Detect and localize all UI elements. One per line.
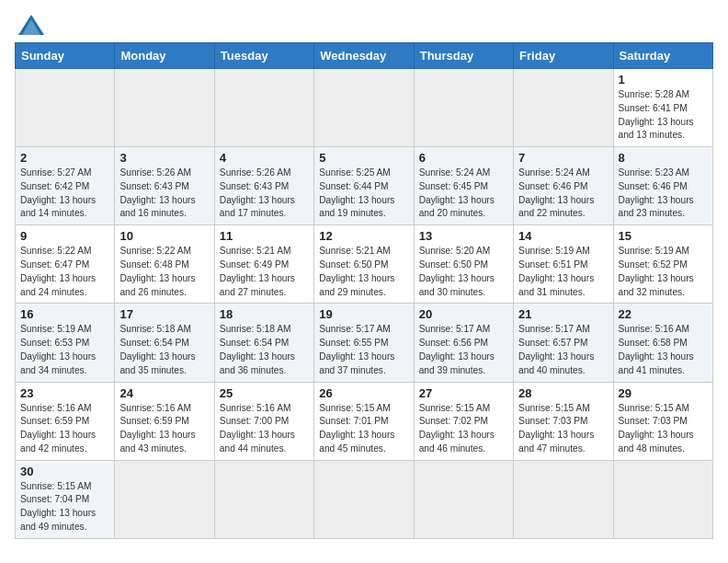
day-info: Sunrise: 5:24 AMSunset: 6:45 PMDaylight:… [419,167,508,221]
day-info: Sunrise: 5:26 AMSunset: 6:43 PMDaylight:… [119,167,209,221]
day-number: 20 [419,307,508,321]
calendar-day-cell [414,460,513,538]
calendar-day-cell [414,69,513,147]
day-info: Sunrise: 5:21 AMSunset: 6:49 PMDaylight:… [220,245,309,299]
day-number: 10 [119,229,209,243]
day-info: Sunrise: 5:16 AMSunset: 6:58 PMDaylight:… [619,323,708,377]
calendar-day-cell [214,460,313,538]
day-info: Sunrise: 5:16 AMSunset: 6:59 PMDaylight:… [119,402,209,456]
logo [15,15,46,35]
day-number: 14 [518,229,608,243]
day-number: 29 [619,386,708,400]
calendar-day-cell: 30Sunrise: 5:15 AMSunset: 7:04 PMDayligh… [16,460,115,538]
calendar-day-cell [514,460,613,538]
day-number: 9 [20,229,109,243]
day-info: Sunrise: 5:21 AMSunset: 6:50 PMDaylight:… [319,245,408,299]
weekday-header: Monday [115,43,214,69]
weekday-header: Tuesday [214,43,313,69]
day-info: Sunrise: 5:22 AMSunset: 6:47 PMDaylight:… [20,245,109,299]
day-number: 24 [119,386,209,400]
calendar-day-cell: 18Sunrise: 5:18 AMSunset: 6:54 PMDayligh… [214,304,313,382]
day-info: Sunrise: 5:16 AMSunset: 6:59 PMDaylight:… [20,402,109,456]
day-number: 17 [119,307,209,321]
calendar-day-cell [115,460,214,538]
day-number: 7 [518,151,608,165]
calendar-day-cell: 22Sunrise: 5:16 AMSunset: 6:58 PMDayligh… [613,304,712,382]
weekday-header: Sunday [16,43,115,69]
calendar-day-cell: 3Sunrise: 5:26 AMSunset: 6:43 PMDaylight… [115,147,214,225]
calendar-day-cell: 16Sunrise: 5:19 AMSunset: 6:53 PMDayligh… [16,304,115,382]
calendar-day-cell: 11Sunrise: 5:21 AMSunset: 6:49 PMDayligh… [214,225,313,304]
calendar-week-row: 30Sunrise: 5:15 AMSunset: 7:04 PMDayligh… [16,460,713,538]
weekday-header: Saturday [613,43,712,69]
calendar-day-cell: 4Sunrise: 5:26 AMSunset: 6:43 PMDaylight… [214,147,313,225]
day-info: Sunrise: 5:19 AMSunset: 6:53 PMDaylight:… [20,323,109,377]
day-info: Sunrise: 5:19 AMSunset: 6:51 PMDaylight:… [518,245,608,299]
calendar-day-cell [514,69,613,147]
day-info: Sunrise: 5:24 AMSunset: 6:46 PMDaylight:… [518,167,608,221]
calendar-day-cell [613,460,712,538]
day-info: Sunrise: 5:17 AMSunset: 6:55 PMDaylight:… [319,323,408,377]
calendar-week-row: 9Sunrise: 5:22 AMSunset: 6:47 PMDaylight… [16,225,713,304]
day-number: 8 [619,151,708,165]
calendar-day-cell: 19Sunrise: 5:17 AMSunset: 6:55 PMDayligh… [314,304,414,382]
calendar-week-row: 2Sunrise: 5:27 AMSunset: 6:42 PMDaylight… [16,147,713,225]
logo-area [15,15,46,35]
day-info: Sunrise: 5:18 AMSunset: 6:54 PMDaylight:… [220,323,309,377]
day-info: Sunrise: 5:23 AMSunset: 6:46 PMDaylight:… [619,167,708,221]
day-number: 28 [518,386,608,400]
calendar-day-cell: 13Sunrise: 5:20 AMSunset: 6:50 PMDayligh… [414,225,513,304]
header [15,15,713,35]
calendar-week-row: 1Sunrise: 5:28 AMSunset: 6:41 PMDaylight… [16,69,713,147]
calendar-day-cell: 28Sunrise: 5:15 AMSunset: 7:03 PMDayligh… [514,382,613,460]
day-info: Sunrise: 5:20 AMSunset: 6:50 PMDaylight:… [419,245,508,299]
calendar-day-cell: 6Sunrise: 5:24 AMSunset: 6:45 PMDaylight… [414,147,513,225]
calendar-day-cell: 8Sunrise: 5:23 AMSunset: 6:46 PMDaylight… [613,147,712,225]
day-number: 6 [419,151,508,165]
day-number: 5 [319,151,408,165]
calendar-day-cell [314,69,414,147]
calendar-day-cell: 26Sunrise: 5:15 AMSunset: 7:01 PMDayligh… [314,382,414,460]
day-number: 3 [119,151,209,165]
day-number: 23 [20,386,109,400]
day-info: Sunrise: 5:25 AMSunset: 6:44 PMDaylight:… [319,167,408,221]
day-info: Sunrise: 5:15 AMSunset: 7:03 PMDaylight:… [619,402,708,456]
weekday-header: Thursday [414,43,513,69]
day-number: 21 [518,307,608,321]
logo-icon [18,15,44,35]
day-info: Sunrise: 5:19 AMSunset: 6:52 PMDaylight:… [619,245,708,299]
weekday-header: Friday [514,43,613,69]
day-number: 11 [220,229,309,243]
day-number: 25 [220,386,309,400]
day-number: 30 [20,465,109,478]
day-info: Sunrise: 5:17 AMSunset: 6:57 PMDaylight:… [518,323,608,377]
day-info: Sunrise: 5:15 AMSunset: 7:02 PMDaylight:… [419,402,508,456]
calendar-day-cell: 1Sunrise: 5:28 AMSunset: 6:41 PMDaylight… [613,69,712,147]
day-number: 12 [319,229,408,243]
day-number: 18 [220,307,309,321]
day-info: Sunrise: 5:16 AMSunset: 7:00 PMDaylight:… [220,402,309,456]
day-number: 27 [419,386,508,400]
day-number: 4 [220,151,309,165]
calendar-day-cell: 23Sunrise: 5:16 AMSunset: 6:59 PMDayligh… [16,382,115,460]
day-info: Sunrise: 5:15 AMSunset: 7:01 PMDaylight:… [319,402,408,456]
day-info: Sunrise: 5:26 AMSunset: 6:43 PMDaylight:… [220,167,309,221]
calendar-day-cell: 29Sunrise: 5:15 AMSunset: 7:03 PMDayligh… [613,382,712,460]
day-info: Sunrise: 5:18 AMSunset: 6:54 PMDaylight:… [119,323,209,377]
day-number: 15 [619,229,708,243]
calendar-day-cell: 2Sunrise: 5:27 AMSunset: 6:42 PMDaylight… [16,147,115,225]
calendar-day-cell: 20Sunrise: 5:17 AMSunset: 6:56 PMDayligh… [414,304,513,382]
day-number: 13 [419,229,508,243]
calendar-week-row: 16Sunrise: 5:19 AMSunset: 6:53 PMDayligh… [16,304,713,382]
calendar-table: SundayMondayTuesdayWednesdayThursdayFrid… [15,42,713,539]
day-info: Sunrise: 5:27 AMSunset: 6:42 PMDaylight:… [20,167,109,221]
day-info: Sunrise: 5:15 AMSunset: 7:04 PMDaylight:… [20,480,109,534]
day-number: 19 [319,307,408,321]
calendar-day-cell: 15Sunrise: 5:19 AMSunset: 6:52 PMDayligh… [613,225,712,304]
day-number: 26 [319,386,408,400]
calendar-header-row: SundayMondayTuesdayWednesdayThursdayFrid… [16,43,713,69]
calendar-day-cell [214,69,313,147]
day-number: 2 [20,151,109,165]
day-info: Sunrise: 5:22 AMSunset: 6:48 PMDaylight:… [119,245,209,299]
calendar-day-cell: 12Sunrise: 5:21 AMSunset: 6:50 PMDayligh… [314,225,414,304]
